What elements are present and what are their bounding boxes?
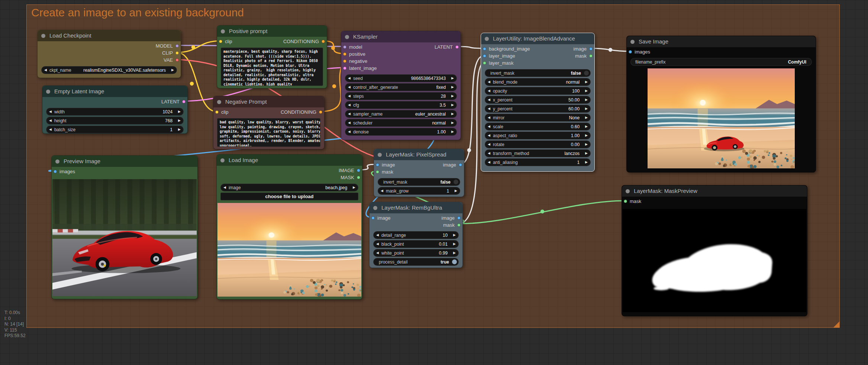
filename_prefix-widget[interactable]: filename_prefixComfyUI [630, 58, 812, 66]
group-resize-handle-icon[interactable] [833, 322, 839, 327]
conditioning-port-dot-icon[interactable] [343, 59, 346, 63]
process_detail-widget[interactable]: process_detailtrue [373, 258, 459, 266]
node-graph-canvas[interactable]: Create an image to an existing backgroun… [0, 0, 868, 365]
group-title[interactable]: Create an image to an existing backgroun… [31, 6, 244, 19]
image-blend-advance-output-image[interactable]: image [574, 46, 593, 52]
node-empty-latent-image[interactable]: Empty Latent ImageLATENT◀width1024▶◀heig… [42, 85, 188, 134]
image-port-dot-icon[interactable] [483, 54, 486, 58]
node-negative-prompt[interactable]: Negative PromptclipCONDITIONINGbad quali… [213, 96, 325, 149]
decrement-arrow-icon[interactable]: ◀ [46, 117, 54, 125]
latent-port-dot-icon[interactable] [455, 45, 459, 49]
image-port-dot-icon[interactable] [483, 47, 486, 51]
mask-preview-input-mask[interactable]: mask [624, 198, 641, 204]
ksampler-output-LATENT[interactable]: LATENT [435, 44, 459, 50]
increment-arrow-icon[interactable]: ▶ [175, 108, 183, 116]
black_point-widget[interactable]: ◀black_point0.01▶ [373, 240, 459, 248]
image-port-dot-icon[interactable] [629, 50, 632, 54]
save-image-input-images[interactable]: images [629, 49, 650, 55]
increment-arrow-icon[interactable]: ▶ [583, 123, 590, 130]
conditioning-port-dot-icon[interactable] [322, 40, 325, 43]
increment-arrow-icon[interactable]: ▶ [449, 101, 456, 109]
decrement-arrow-icon[interactable]: ◀ [374, 231, 381, 239]
mask-port-dot-icon[interactable] [483, 61, 486, 65]
negative-prompt-input-clip[interactable]: clip [215, 109, 229, 115]
mask-port-dot-icon[interactable] [357, 176, 360, 179]
image-blend-advance-input-layer_mask[interactable]: layer_mask [483, 60, 513, 66]
decrement-arrow-icon[interactable]: ◀ [374, 249, 381, 257]
collapse-dot-icon[interactable] [46, 90, 50, 94]
increment-arrow-icon[interactable]: ▶ [169, 66, 177, 74]
latent-port-dot-icon[interactable] [343, 67, 346, 70]
node-image-blend-advance[interactable]: LayerUtility: ImageBlendAdvancebackgroun… [481, 33, 595, 172]
image-port-dot-icon[interactable] [457, 216, 461, 220]
node-pixel-spread[interactable]: LayerMask: PixelSpreadimagemaskimageinve… [374, 149, 464, 197]
preview-image-input-images[interactable]: images [54, 168, 75, 174]
decrement-arrow-icon[interactable]: ◀ [374, 240, 381, 248]
image-port-dot-icon[interactable] [459, 163, 462, 167]
pixel-spread-input-mask[interactable]: mask [376, 169, 393, 175]
increment-arrow-icon[interactable]: ▶ [449, 128, 456, 136]
node-preview-image[interactable]: Preview Imageimages [51, 155, 198, 299]
increment-arrow-icon[interactable]: ▶ [583, 87, 590, 95]
increment-arrow-icon[interactable]: ▶ [451, 240, 458, 248]
mask-port-dot-icon[interactable] [624, 200, 627, 203]
negative-prompt-output-CONDITIONING[interactable]: CONDITIONING [281, 109, 322, 115]
mask-port-dot-icon[interactable] [457, 223, 461, 227]
decrement-arrow-icon[interactable]: ◀ [485, 123, 493, 130]
detail_range-widget[interactable]: ◀detail_range10▶ [373, 231, 459, 239]
image-blend-advance-input-layer_image[interactable]: layer_image [483, 53, 515, 59]
ksampler-input-negative[interactable]: negative [343, 58, 367, 64]
sampler_name-widget[interactable]: ◀sampler_nameeuler_ancestral▶ [345, 110, 457, 118]
steps-widget[interactable]: ◀steps28▶ [345, 92, 457, 100]
prompt-textarea[interactable]: bad quality, low quality, blurry, worst … [217, 118, 320, 147]
decrement-arrow-icon[interactable]: ◀ [485, 132, 493, 139]
collapse-dot-icon[interactable] [217, 100, 221, 104]
collapse-dot-icon[interactable] [221, 29, 225, 33]
decrement-arrow-icon[interactable]: ◀ [485, 140, 493, 148]
increment-arrow-icon[interactable]: ▶ [583, 96, 590, 104]
increment-arrow-icon[interactable]: ▶ [449, 92, 456, 100]
white_point-widget[interactable]: ◀white_point0.99▶ [373, 249, 459, 257]
load-checkpoint-output-MODEL[interactable]: MODEL [156, 43, 179, 49]
load-image-output-MASK[interactable]: MASK [341, 174, 360, 180]
node-mask-preview[interactable]: LayerMask: MaskPreviewmask [622, 185, 807, 316]
increment-arrow-icon[interactable]: ▶ [451, 231, 458, 239]
mask-port-dot-icon[interactable] [376, 170, 379, 174]
image-blend-advance-output-mask[interactable]: mask [575, 53, 593, 59]
mask-port-dot-icon[interactable] [589, 54, 593, 58]
collapse-dot-icon[interactable] [485, 37, 489, 41]
decrement-arrow-icon[interactable]: ◀ [42, 66, 49, 74]
image-blend-advance-input-background_image[interactable]: background_image [483, 46, 530, 52]
node-ksampler[interactable]: KSamplermodelpositivenegativelatent_imag… [341, 31, 461, 140]
node-rembg-ultra[interactable]: LayerMask: RemBgUltraimageimagemask◀deta… [369, 202, 463, 268]
image-port-dot-icon[interactable] [54, 170, 57, 173]
positive-prompt-input-clip[interactable]: clip [219, 38, 232, 44]
increment-arrow-icon[interactable]: ▶ [350, 184, 358, 191]
decrement-arrow-icon[interactable]: ◀ [485, 114, 493, 122]
increment-arrow-icon[interactable]: ▶ [583, 140, 590, 148]
decrement-arrow-icon[interactable]: ◀ [345, 74, 353, 82]
decrement-arrow-icon[interactable]: ◀ [345, 101, 353, 109]
clip-port-dot-icon[interactable] [175, 51, 179, 55]
decrement-arrow-icon[interactable]: ◀ [485, 78, 493, 86]
conditioning-port-dot-icon[interactable] [319, 110, 322, 114]
decrement-arrow-icon[interactable]: ◀ [378, 187, 386, 195]
latent-port-dot-icon[interactable] [182, 100, 185, 103]
ckpt_name-widget[interactable]: ◀ckpt_namerealismEngineSDXL_v30VAE.safet… [41, 66, 177, 74]
y_percent-widget[interactable]: ◀y_percent60.00▶ [485, 105, 591, 113]
decrement-arrow-icon[interactable]: ◀ [485, 105, 493, 113]
decrement-arrow-icon[interactable]: ◀ [345, 110, 353, 118]
toggle-knob-icon[interactable] [454, 180, 458, 184]
control_after_generate-widget[interactable]: ◀control_after_generatefixed▶ [345, 83, 457, 91]
decrement-arrow-icon[interactable]: ◀ [485, 87, 493, 95]
aspect_ratio-widget[interactable]: ◀aspect_ratio1.00▶ [485, 132, 591, 139]
increment-arrow-icon[interactable]: ▶ [449, 83, 456, 91]
increment-arrow-icon[interactable]: ▶ [583, 114, 590, 122]
pixel-spread-input-image[interactable]: image [376, 162, 395, 168]
clip-port-dot-icon[interactable] [219, 40, 222, 43]
node-positive-prompt[interactable]: Positive promptclipCONDITIONINGmasterpie… [217, 25, 327, 88]
decrement-arrow-icon[interactable]: ◀ [221, 184, 229, 191]
node-load-checkpoint[interactable]: Load CheckpointMODELCLIPVAE◀ckpt_namerea… [37, 30, 181, 78]
invert_mask-widget[interactable]: invert_maskfalse [485, 69, 591, 77]
cfg-widget[interactable]: ◀cfg3.5▶ [345, 101, 457, 109]
